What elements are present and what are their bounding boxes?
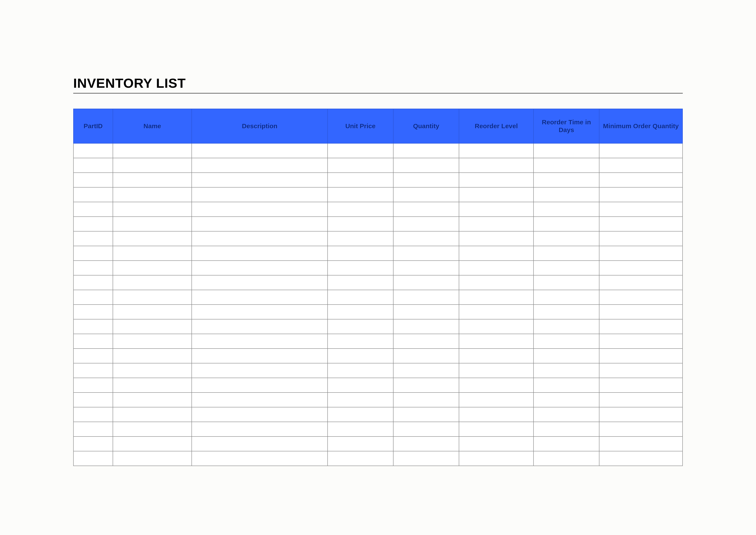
table-cell[interactable]: [113, 363, 192, 378]
table-cell[interactable]: [393, 319, 459, 334]
table-cell[interactable]: [459, 290, 533, 305]
table-cell[interactable]: [113, 319, 192, 334]
table-cell[interactable]: [73, 451, 113, 466]
table-cell[interactable]: [113, 202, 192, 217]
table-cell[interactable]: [533, 378, 599, 393]
table-cell[interactable]: [533, 451, 599, 466]
table-cell[interactable]: [192, 436, 328, 451]
table-cell[interactable]: [599, 349, 683, 363]
table-cell[interactable]: [599, 246, 683, 261]
table-cell[interactable]: [533, 334, 599, 349]
table-cell[interactable]: [113, 143, 192, 158]
table-cell[interactable]: [73, 187, 113, 202]
table-cell[interactable]: [459, 363, 533, 378]
table-cell[interactable]: [192, 393, 328, 407]
table-cell[interactable]: [393, 231, 459, 246]
table-cell[interactable]: [328, 290, 393, 305]
table-cell[interactable]: [533, 422, 599, 436]
table-cell[interactable]: [113, 275, 192, 290]
table-cell[interactable]: [113, 436, 192, 451]
table-cell[interactable]: [393, 261, 459, 275]
table-cell[interactable]: [328, 202, 393, 217]
table-cell[interactable]: [533, 246, 599, 261]
table-cell[interactable]: [192, 143, 328, 158]
table-cell[interactable]: [393, 275, 459, 290]
table-cell[interactable]: [393, 202, 459, 217]
table-cell[interactable]: [459, 378, 533, 393]
table-cell[interactable]: [459, 334, 533, 349]
table-cell[interactable]: [73, 349, 113, 363]
table-cell[interactable]: [328, 407, 393, 422]
table-cell[interactable]: [599, 158, 683, 173]
table-cell[interactable]: [192, 246, 328, 261]
table-cell[interactable]: [533, 393, 599, 407]
table-cell[interactable]: [599, 319, 683, 334]
table-cell[interactable]: [533, 202, 599, 217]
table-cell[interactable]: [328, 422, 393, 436]
table-cell[interactable]: [328, 363, 393, 378]
table-cell[interactable]: [459, 422, 533, 436]
table-cell[interactable]: [533, 319, 599, 334]
table-cell[interactable]: [192, 202, 328, 217]
table-cell[interactable]: [393, 436, 459, 451]
table-cell[interactable]: [192, 319, 328, 334]
table-cell[interactable]: [533, 305, 599, 319]
table-cell[interactable]: [113, 378, 192, 393]
table-cell[interactable]: [393, 187, 459, 202]
table-cell[interactable]: [113, 217, 192, 231]
table-cell[interactable]: [393, 246, 459, 261]
table-cell[interactable]: [192, 173, 328, 187]
table-cell[interactable]: [192, 305, 328, 319]
table-cell[interactable]: [393, 378, 459, 393]
table-cell[interactable]: [113, 246, 192, 261]
table-cell[interactable]: [113, 231, 192, 246]
table-cell[interactable]: [73, 334, 113, 349]
table-cell[interactable]: [192, 334, 328, 349]
table-cell[interactable]: [599, 436, 683, 451]
table-cell[interactable]: [599, 187, 683, 202]
table-cell[interactable]: [533, 363, 599, 378]
table-cell[interactable]: [533, 143, 599, 158]
table-cell[interactable]: [393, 422, 459, 436]
table-cell[interactable]: [533, 436, 599, 451]
table-cell[interactable]: [73, 436, 113, 451]
table-cell[interactable]: [393, 334, 459, 349]
table-cell[interactable]: [328, 334, 393, 349]
table-cell[interactable]: [328, 217, 393, 231]
table-cell[interactable]: [73, 231, 113, 246]
table-cell[interactable]: [73, 275, 113, 290]
table-cell[interactable]: [73, 363, 113, 378]
table-cell[interactable]: [393, 363, 459, 378]
table-cell[interactable]: [328, 436, 393, 451]
table-cell[interactable]: [73, 407, 113, 422]
table-cell[interactable]: [459, 451, 533, 466]
table-cell[interactable]: [599, 290, 683, 305]
table-cell[interactable]: [393, 290, 459, 305]
table-cell[interactable]: [459, 173, 533, 187]
table-cell[interactable]: [459, 202, 533, 217]
table-cell[interactable]: [459, 261, 533, 275]
table-cell[interactable]: [599, 451, 683, 466]
table-cell[interactable]: [73, 305, 113, 319]
table-cell[interactable]: [113, 187, 192, 202]
table-cell[interactable]: [113, 173, 192, 187]
table-cell[interactable]: [113, 261, 192, 275]
table-cell[interactable]: [328, 246, 393, 261]
table-cell[interactable]: [599, 202, 683, 217]
table-cell[interactable]: [599, 143, 683, 158]
table-cell[interactable]: [599, 378, 683, 393]
table-cell[interactable]: [533, 158, 599, 173]
table-cell[interactable]: [459, 349, 533, 363]
table-cell[interactable]: [192, 349, 328, 363]
table-cell[interactable]: [533, 349, 599, 363]
table-cell[interactable]: [73, 246, 113, 261]
table-cell[interactable]: [393, 173, 459, 187]
table-cell[interactable]: [113, 158, 192, 173]
table-cell[interactable]: [459, 436, 533, 451]
table-cell[interactable]: [328, 451, 393, 466]
table-cell[interactable]: [533, 275, 599, 290]
table-cell[interactable]: [599, 173, 683, 187]
table-cell[interactable]: [328, 275, 393, 290]
table-cell[interactable]: [599, 422, 683, 436]
table-cell[interactable]: [393, 217, 459, 231]
